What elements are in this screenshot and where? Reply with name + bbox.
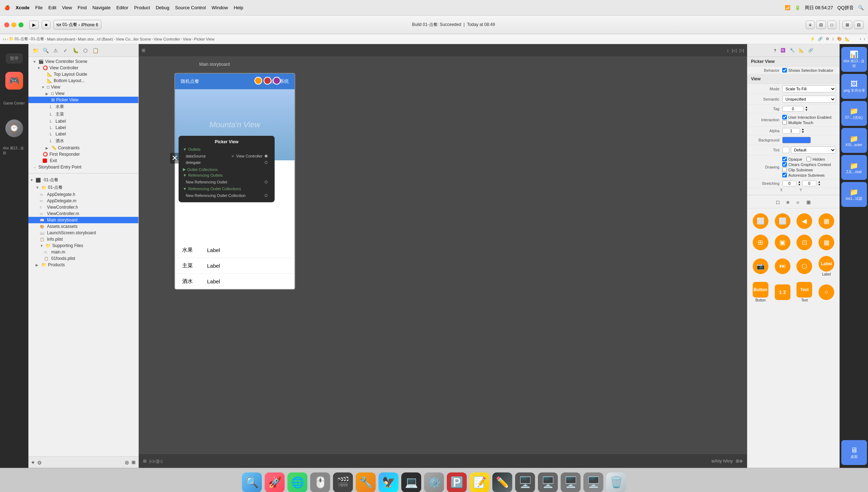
lib-item-textfield[interactable]: Text Text [794, 280, 815, 304]
nav-filter-btn[interactable]: ◎ [125, 460, 129, 465]
autoresize-checkbox[interactable] [782, 173, 787, 177]
lib-tab-4[interactable]: ⊞ [804, 199, 813, 206]
tree-label-1[interactable]: L Label [28, 118, 138, 124]
action-btn-orange[interactable] [254, 77, 262, 85]
sidebar-folder-5[interactable]: 📁 ios1...试题 [841, 182, 867, 207]
sidebar-folder-4[interactable]: 📁 ZJL...etail [841, 155, 867, 180]
menu-window[interactable]: Window [212, 5, 228, 10]
alpha-input[interactable] [782, 128, 800, 134]
breadcrumb-item-vc[interactable]: View Controller [154, 37, 180, 41]
breadcrumb-item-base[interactable]: Main.stor...rd (Base) [78, 37, 113, 41]
lib-tab-2[interactable]: ≡ [784, 199, 791, 206]
nav-bottom-action-btn[interactable]: ⊙ [37, 460, 42, 465]
nav-folder-btn[interactable]: 📁 [31, 46, 40, 55]
mode-select[interactable]: Scale To Fill [782, 85, 836, 92]
lib-item-slider[interactable]: ○ [816, 280, 837, 304]
stretching-y-input[interactable] [802, 181, 816, 186]
alpha-decrement[interactable]: ▼ [801, 131, 804, 134]
menu-edit[interactable]: Edit [48, 5, 56, 10]
nav-debug-btn[interactable]: 🐛 [71, 46, 80, 55]
semantic-select[interactable]: Unspecified [782, 96, 836, 103]
breadcrumb-item-storyboard[interactable]: Main.storyboard [47, 37, 75, 41]
breadcrumb-item-view[interactable]: View [183, 37, 191, 41]
tree-top-layout[interactable]: 📐 Top Layout Guide [28, 71, 138, 77]
dock-sysprefs[interactable]: ⚙️ [424, 472, 444, 492]
nav-test-btn[interactable]: ✓ [61, 46, 70, 55]
run-button[interactable]: ▶ [29, 21, 39, 29]
lib-tab-3[interactable]: ○ [794, 199, 801, 206]
tree-01foods-plist[interactable]: 📋 01foods.plist [28, 255, 138, 262]
nav-arrows-right[interactable]: ‹ [860, 37, 861, 41]
tree-constraints[interactable]: ▶ 📏 Constraints [28, 145, 138, 151]
multiple-touch-checkbox[interactable] [782, 120, 787, 125]
lib-item-segmented[interactable]: 1 2 [772, 280, 793, 304]
insp-connections-tab[interactable]: 🔗 [808, 48, 813, 53]
toolbar-inspector-btn[interactable]: □ [827, 21, 836, 29]
stretching-x-input[interactable] [782, 181, 796, 186]
canvas-toolbar-btn1[interactable]: ⊞ [142, 48, 145, 53]
dock-xcode[interactable]: 🦅 [379, 472, 398, 492]
canvas-layout-icon1[interactable]: ⊞ [143, 459, 147, 464]
breadcrumb-item-1[interactable]: 01-点餐 [31, 36, 44, 42]
dock-mouse[interactable]: 🖱️ [310, 472, 330, 492]
dock-screen2[interactable]: 🖥️ [538, 472, 558, 492]
stretch-y-dec[interactable]: ▼ [818, 183, 821, 186]
hidden-checkbox[interactable] [806, 157, 811, 161]
input-method[interactable]: QQ拼音 [837, 5, 854, 11]
tree-label-2[interactable]: L Label [28, 124, 138, 131]
tree-label-shuiguo[interactable]: L 水果 [28, 103, 138, 111]
tree-appdelegate-m[interactable]: m AppDelegate.m [28, 198, 138, 204]
menu-find[interactable]: Find [78, 5, 86, 10]
search-icon[interactable]: 🔍 [858, 5, 864, 10]
canvas-layout-icon2[interactable]: |◁ [149, 459, 154, 464]
tree-label-jius[interactable]: L 酒水 [28, 137, 138, 145]
lib-item-media[interactable]: ⏭ [772, 254, 793, 278]
canvas-toolbar-btn3[interactable]: |◁ [732, 48, 736, 53]
add-file-btn[interactable]: + [31, 459, 35, 466]
action-btn-red[interactable] [264, 77, 271, 85]
insp-tab-3[interactable]: ⚙ [826, 37, 829, 41]
tree-project-root[interactable]: ▼ ⬛ 01-点餐 [28, 176, 138, 184]
dock-screen1[interactable]: 🖥️ [515, 472, 535, 492]
menu-debug[interactable]: Debug [156, 5, 169, 10]
lib-item-tab[interactable]: ▦ [816, 232, 837, 252]
tree-vc[interactable]: ▼ ⭕ View Controller [28, 65, 138, 71]
tree-products[interactable]: ▶ 📁 Products [28, 262, 138, 268]
lib-item-page[interactable]: ⊡ [794, 232, 815, 252]
nav-sort-btn[interactable]: ⊞ [132, 460, 136, 465]
lib-item-camera[interactable]: 📷 [750, 254, 771, 278]
lib-item-nav[interactable]: ◀ [794, 211, 815, 231]
shows-selection-checkbox[interactable] [782, 68, 787, 73]
tree-exit[interactable]: E Exit [28, 157, 138, 164]
breadcrumb-item-scene[interactable]: View Co...ller Scene [116, 37, 151, 41]
stop-button[interactable]: ■ [42, 21, 51, 29]
lib-item-vc[interactable]: ⬜ [750, 211, 771, 231]
lib-item-grid[interactable]: ⊞ [750, 232, 771, 252]
dock-tools[interactable]: 🔧 [356, 472, 376, 492]
tree-view-parent[interactable]: ▼ □ View [28, 84, 138, 90]
sidebar-folder-6[interactable]: 🖥 桌面 [841, 440, 867, 465]
insp-identity-tab[interactable]: 🆔 [780, 48, 785, 53]
nav-arrows-right2[interactable]: › [864, 37, 865, 41]
user-interaction-checkbox[interactable] [782, 115, 787, 119]
background-color-swatch[interactable] [782, 137, 811, 143]
tree-viewcontroller-m[interactable]: m ViewController.m [28, 210, 138, 217]
dock-app1[interactable]: 🅿️ [447, 472, 467, 492]
dock-notes[interactable]: 📝 [470, 472, 489, 492]
tree-project-group[interactable]: ▼ 📁 01-点餐 [28, 184, 138, 191]
dock-terminal[interactable]: 💻 [401, 472, 421, 492]
tree-viewcontroller-h[interactable]: h ViewController.h [28, 204, 138, 210]
dock-editor[interactable]: ✏️ [492, 472, 512, 492]
dock-launchpad[interactable]: 🚀 [265, 472, 285, 492]
sidebar-folder-2[interactable]: 📁 07-...(优化) [841, 101, 867, 126]
close-button[interactable] [4, 22, 9, 27]
tree-launch-screen[interactable]: 📖 LaunchScreen.storyboard [28, 230, 138, 236]
nav-forward[interactable]: › [5, 37, 6, 41]
sidebar-folder-0[interactable]: 📊 xlsx 第13...业班 [841, 47, 867, 72]
game-center-icon[interactable]: 🎮 [5, 72, 23, 90]
toolbar-split-btn[interactable]: ⊟ [854, 21, 864, 29]
tree-bottom-layout[interactable]: 📐 Bottom Layout... [28, 77, 138, 84]
dock-trash[interactable]: 🗑️ [606, 472, 626, 492]
sidebar-folder-1[interactable]: 🖼 .png 车丹分享 [841, 74, 867, 99]
sidebar-folder-3[interactable]: 📁 KSI...aster [841, 128, 867, 153]
